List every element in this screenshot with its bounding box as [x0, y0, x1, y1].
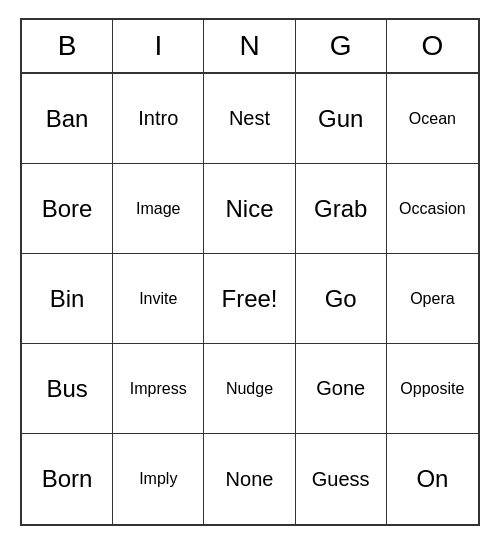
bingo-cell: Ocean — [387, 74, 478, 164]
header-letter: O — [387, 20, 478, 72]
bingo-cell: Nice — [204, 164, 295, 254]
bingo-cell: Go — [296, 254, 387, 344]
header-letter: G — [296, 20, 387, 72]
bingo-cell: Bore — [22, 164, 113, 254]
bingo-cell: Invite — [113, 254, 204, 344]
bingo-cell: Image — [113, 164, 204, 254]
bingo-cell: None — [204, 434, 295, 524]
bingo-cell: Imply — [113, 434, 204, 524]
bingo-cell: Bin — [22, 254, 113, 344]
bingo-cell: Opposite — [387, 344, 478, 434]
bingo-cell: Nest — [204, 74, 295, 164]
bingo-cell: Nudge — [204, 344, 295, 434]
bingo-cell: Intro — [113, 74, 204, 164]
bingo-cell: Opera — [387, 254, 478, 344]
bingo-cell: Free! — [204, 254, 295, 344]
bingo-cell: Impress — [113, 344, 204, 434]
bingo-cell: Occasion — [387, 164, 478, 254]
bingo-cell: Gun — [296, 74, 387, 164]
bingo-cell: Gone — [296, 344, 387, 434]
bingo-header: BINGO — [22, 20, 478, 74]
bingo-card: BINGO BanIntroNestGunOceanBoreImageNiceG… — [20, 18, 480, 526]
bingo-cell: Guess — [296, 434, 387, 524]
bingo-cell: Ban — [22, 74, 113, 164]
bingo-cell: Born — [22, 434, 113, 524]
bingo-cell: Bus — [22, 344, 113, 434]
bingo-grid: BanIntroNestGunOceanBoreImageNiceGrabOcc… — [22, 74, 478, 524]
header-letter: N — [204, 20, 295, 72]
bingo-cell: Grab — [296, 164, 387, 254]
header-letter: B — [22, 20, 113, 72]
bingo-cell: On — [387, 434, 478, 524]
header-letter: I — [113, 20, 204, 72]
